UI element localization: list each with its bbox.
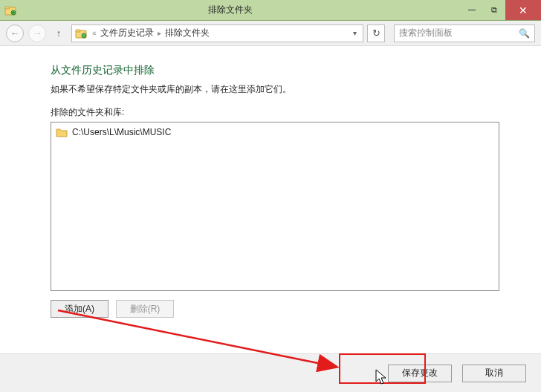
remove-button: 删除(R) <box>116 300 174 318</box>
toolbar: ← → ↑ « 文件历史记录 ▸ 排除文件夹 ▾ ↻ 搜索控制面板 🔍 <box>0 21 541 46</box>
svg-point-5 <box>82 33 86 38</box>
footer: 保存更改 取消 <box>0 353 541 392</box>
breadcrumb-seg-1[interactable]: 文件历史记录 <box>99 27 155 39</box>
add-button[interactable]: 添加(A) <box>51 300 108 318</box>
page-subtext: 如果不希望保存特定文件夹或库的副本，请在这里添加它们。 <box>51 83 499 96</box>
list-item[interactable]: C:\Users\L\Music\MUSIC <box>56 125 494 139</box>
list-item-path: C:\Users\L\Music\MUSIC <box>72 127 171 137</box>
list-label: 排除的文件夹和库: <box>51 106 499 119</box>
address-dropdown-icon[interactable]: ▾ <box>350 29 360 37</box>
svg-rect-4 <box>76 30 80 32</box>
page-heading: 从文件历史记录中排除 <box>51 64 499 77</box>
breadcrumb-sep-icon: ▸ <box>155 29 163 37</box>
window-icon <box>4 4 16 16</box>
folder-icon <box>56 127 68 137</box>
forward-button[interactable]: → <box>28 24 46 42</box>
close-button[interactable]: ✕ <box>505 0 541 20</box>
content-area: 从文件历史记录中排除 如果不希望保存特定文件夹或库的副本，请在这里添加它们。 排… <box>0 46 541 353</box>
address-bar[interactable]: « 文件历史记录 ▸ 排除文件夹 ▾ <box>71 24 363 42</box>
excluded-list[interactable]: C:\Users\L\Music\MUSIC <box>51 122 499 291</box>
window-controls: ⧉ ✕ <box>461 0 541 20</box>
title-bar: 排除文件夹 ⧉ ✕ <box>0 0 541 21</box>
maximize-button[interactable]: ⧉ <box>483 0 505 20</box>
svg-rect-1 <box>5 7 10 9</box>
window-title: 排除文件夹 <box>208 4 253 16</box>
refresh-button[interactable]: ↻ <box>367 24 385 42</box>
cancel-button[interactable]: 取消 <box>462 365 526 382</box>
breadcrumb-overflow[interactable]: « <box>90 29 99 37</box>
save-changes-button[interactable]: 保存更改 <box>388 365 452 382</box>
search-placeholder: 搜索控制面板 <box>399 27 453 39</box>
search-input[interactable]: 搜索控制面板 🔍 <box>394 24 535 42</box>
address-icon <box>75 27 87 39</box>
breadcrumb-seg-2[interactable]: 排除文件夹 <box>163 27 211 39</box>
list-buttons: 添加(A) 删除(R) <box>51 300 499 318</box>
minimize-button[interactable] <box>461 0 483 20</box>
up-button[interactable]: ↑ <box>51 25 67 42</box>
search-icon: 🔍 <box>519 28 530 39</box>
back-button[interactable]: ← <box>6 24 24 42</box>
